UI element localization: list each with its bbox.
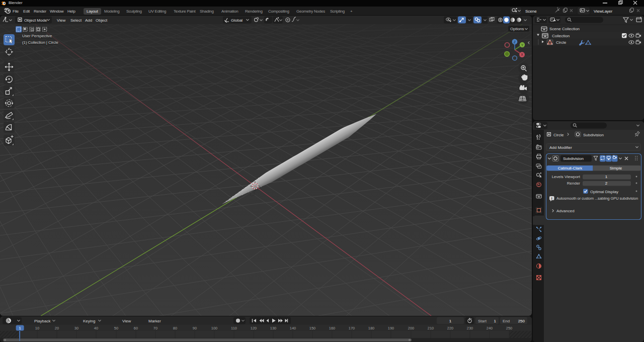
svg-text:10: 10 <box>35 326 39 330</box>
svg-text:230: 230 <box>467 326 473 330</box>
svg-text:Render: Render <box>567 181 581 186</box>
svg-text:Optimal Display: Optimal Display <box>590 190 618 194</box>
svg-text:Simple: Simple <box>610 166 622 170</box>
svg-text:ViewLayer: ViewLayer <box>594 9 613 14</box>
svg-text:Scene Collection: Scene Collection <box>549 27 580 31</box>
svg-text:1: 1 <box>19 326 21 330</box>
svg-text:40: 40 <box>94 326 98 330</box>
svg-text:250: 250 <box>518 319 525 323</box>
svg-text:60: 60 <box>134 326 138 330</box>
svg-text:Global: Global <box>231 18 243 23</box>
svg-text:Start: Start <box>478 319 487 323</box>
svg-text:Collection: Collection <box>552 34 570 38</box>
svg-text:Marker: Marker <box>148 319 161 323</box>
svg-text:View: View <box>122 319 131 323</box>
svg-text:130: 130 <box>270 326 277 330</box>
svg-text:i: i <box>551 197 552 200</box>
svg-text:Subdivision: Subdivision <box>563 156 584 161</box>
svg-text:190: 190 <box>388 326 394 330</box>
svg-text:160: 160 <box>329 326 336 330</box>
svg-text:Object: Object <box>96 18 108 23</box>
svg-text:170: 170 <box>349 326 355 330</box>
svg-text:Add: Add <box>85 18 92 23</box>
svg-text:90: 90 <box>193 326 197 330</box>
svg-text:Playback: Playback <box>34 319 51 323</box>
svg-text:20: 20 <box>55 326 59 330</box>
svg-text:1: 1 <box>494 319 497 323</box>
svg-text:Scene: Scene <box>525 9 537 14</box>
svg-text:140: 140 <box>290 326 296 330</box>
svg-text:150: 150 <box>309 326 316 330</box>
svg-text:120: 120 <box>251 326 257 330</box>
svg-text:2: 2 <box>605 181 608 186</box>
svg-text:Circle: Circle <box>553 133 564 137</box>
svg-text:Circle: Circle <box>556 40 567 45</box>
svg-text:Advanced: Advanced <box>556 209 575 213</box>
svg-text:70: 70 <box>153 326 157 330</box>
svg-text:X: X <box>521 53 523 56</box>
svg-text:Object Mode: Object Mode <box>24 18 47 23</box>
svg-text:110: 110 <box>231 326 237 330</box>
svg-text:180: 180 <box>368 326 375 330</box>
svg-text:Add Modifier: Add Modifier <box>549 145 572 150</box>
svg-text:1: 1 <box>449 319 452 323</box>
svg-text:Catmull-Clark: Catmull-Clark <box>558 166 583 170</box>
svg-text:210: 210 <box>428 326 434 330</box>
svg-text:Keying: Keying <box>83 319 95 323</box>
svg-text:240: 240 <box>487 326 493 330</box>
svg-text:Select: Select <box>70 18 82 23</box>
svg-text:View: View <box>57 18 65 23</box>
svg-text:Levels Viewport: Levels Viewport <box>552 175 581 179</box>
svg-text:End: End <box>503 319 510 323</box>
svg-text:1: 1 <box>605 175 608 179</box>
svg-text:Autosmooth or custom ...sablin: Autosmooth or custom ...sabling GPU subd… <box>556 196 638 201</box>
svg-text:250: 250 <box>506 326 513 330</box>
svg-text:50: 50 <box>114 326 118 330</box>
svg-text:Z: Z <box>514 40 516 44</box>
svg-text:220: 220 <box>447 326 454 330</box>
svg-text:200: 200 <box>408 326 415 330</box>
svg-text:80: 80 <box>173 326 177 330</box>
svg-text:100: 100 <box>211 326 218 330</box>
svg-text:Subdivision: Subdivision <box>583 133 604 137</box>
svg-text:30: 30 <box>74 326 78 330</box>
svg-text:Y: Y <box>521 43 524 47</box>
